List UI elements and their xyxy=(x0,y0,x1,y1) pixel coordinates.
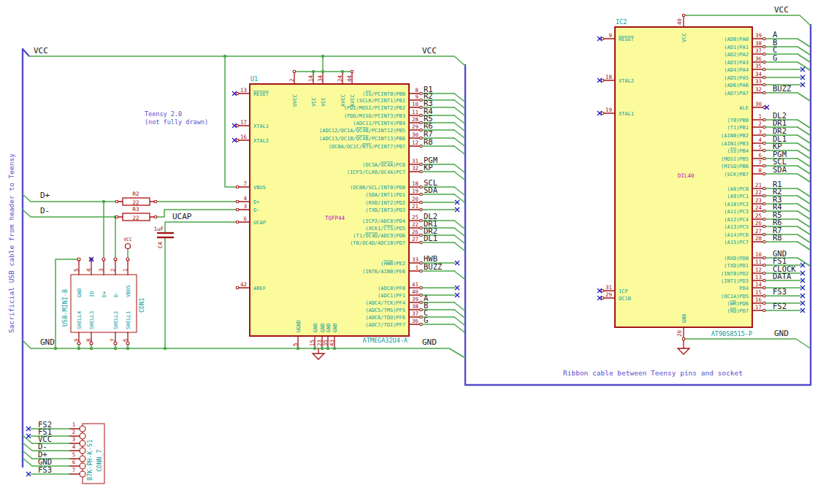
net-label-ucap[interactable]: UCAP xyxy=(172,212,192,221)
net-label-BUZZ[interactable]: BUZZ xyxy=(773,84,791,93)
net-label-FS2[interactable]: FS2 xyxy=(773,302,787,310)
pin-name: (A15)PC7 xyxy=(724,240,749,245)
net-label-R8[interactable]: R8 xyxy=(773,233,782,242)
schematic-canvas[interactable]: 13RESET17XTAL116XTAL27VBUS4D+3D-6UCAP42A… xyxy=(0,0,826,504)
pin-end-circle xyxy=(126,258,129,261)
conn7-part[interactable]: B7K-PH-K-S1 xyxy=(86,440,93,481)
net-label-BUZZ[interactable]: BUZZ xyxy=(424,262,442,271)
pin-number: 12 xyxy=(755,267,762,273)
pin-name: (ADC0)PF0 xyxy=(378,286,405,291)
teensy-note-line1: Teensy 2.0 xyxy=(145,110,182,118)
usb-cable-note: Sacrificial USB cable from header to Tee… xyxy=(7,153,15,333)
pin-name: (AIN0)PB2 xyxy=(721,133,749,139)
conn7-pin-circle[interactable] xyxy=(80,433,85,439)
conn7-pin-circle[interactable] xyxy=(80,463,85,469)
junction-dot xyxy=(321,55,324,58)
net-label-FS3[interactable]: FS3 xyxy=(38,465,52,474)
net-label-DL1[interactable]: DL1 xyxy=(424,234,437,243)
conn7-pin-circle[interactable] xyxy=(80,440,85,446)
net-label-gnd-left[interactable]: GND xyxy=(40,337,55,347)
pin-number: 32 xyxy=(412,165,418,172)
junction-dot xyxy=(326,347,329,350)
con1-ref[interactable]: CON1 xyxy=(138,298,145,313)
pin-name: (A13)PC5 xyxy=(724,224,749,230)
pin-number: 17 xyxy=(755,304,762,310)
pin-number: 13 xyxy=(240,87,247,93)
net-label-dminus[interactable]: D- xyxy=(40,206,50,215)
u1-part[interactable]: ATMEGA32U4-A xyxy=(363,337,408,344)
net-label-vcc-right[interactable]: VCC xyxy=(774,5,789,15)
net-label-DATA[interactable]: DATA xyxy=(773,272,792,280)
net-label-G[interactable]: G xyxy=(773,53,777,62)
pin-number: 2 xyxy=(288,78,295,82)
pin-end-circle xyxy=(154,200,157,203)
pin-name: (SDA/INT1)PD1 xyxy=(365,192,405,198)
pin-number: 33 xyxy=(412,256,418,263)
net-label-dplus[interactable]: D+ xyxy=(40,191,50,200)
r3-value[interactable]: 22 xyxy=(132,215,139,221)
pin-name: (TXD/INT3)PD3 xyxy=(365,207,405,213)
pin-name: (AD7)PA7 xyxy=(724,91,749,96)
pin-name: (INT0)PD2 xyxy=(721,271,749,277)
junction-dot xyxy=(297,347,299,350)
net-label-SDA[interactable]: SDA xyxy=(424,186,438,194)
ic2-part[interactable]: AT90S8515-P xyxy=(711,330,752,337)
pin-number: 39 xyxy=(755,32,762,39)
pin-name: (AD1)PA1 xyxy=(724,45,749,50)
pin-number: 34 xyxy=(317,75,324,82)
pin-name: D+ xyxy=(253,199,259,205)
pin-number: 7 xyxy=(758,159,762,166)
junction-dot xyxy=(77,347,80,350)
pin-number: 25 xyxy=(412,214,418,221)
conn7-pin-circle[interactable] xyxy=(80,426,85,432)
c4-ref[interactable]: C4 xyxy=(157,241,164,248)
pin-number: 25 xyxy=(755,213,762,219)
pin-name: (TXD)PD1 xyxy=(724,263,749,269)
pin-number: 28 xyxy=(412,116,419,123)
net-label-vcc-mid[interactable]: VCC xyxy=(422,46,437,56)
pin-name: (INT1)PD3 xyxy=(721,278,749,284)
pin-number: 23 xyxy=(755,197,762,204)
pin-name: (AD3)PA3 xyxy=(724,60,749,66)
pin-end-circle xyxy=(115,200,118,203)
pin-name: (ICP3/CLK0/OC4A)PC7 xyxy=(347,169,405,175)
pin-number: 19 xyxy=(605,107,612,113)
pin-name: SHELL4 xyxy=(77,311,83,329)
pin-name: (ICP2/ADC8)PD4 xyxy=(362,218,405,224)
c4-value[interactable]: 1uF xyxy=(153,226,164,232)
r3-ref[interactable]: R3 xyxy=(132,206,139,213)
pin-name: D- xyxy=(113,291,119,297)
pin-number: 24 xyxy=(337,75,343,82)
net-label-SDA[interactable]: SDA xyxy=(773,165,787,174)
pin-number: 2 xyxy=(72,429,76,435)
pin-number: 4 xyxy=(85,268,92,272)
con1-part[interactable]: USB-MINI-B xyxy=(61,289,69,327)
pin-number: 4 xyxy=(72,443,76,450)
conn7-pin-circle[interactable] xyxy=(80,456,85,462)
pin-name: (OC0A/OC1C/RTS/PCINT7)PB7 xyxy=(329,144,405,150)
r2-value[interactable]: 22 xyxy=(132,199,139,206)
pin-name: (SS)PB4 xyxy=(727,148,749,154)
net-label-gnd-mid[interactable]: GND xyxy=(422,337,437,347)
u1-ref[interactable]: U1 xyxy=(251,75,258,83)
ic2-ref[interactable]: IC2 xyxy=(616,18,627,26)
pin-number: 20 xyxy=(676,329,683,337)
r2-ref[interactable]: R2 xyxy=(132,191,139,197)
net-label-KP[interactable]: KP xyxy=(424,163,433,172)
net-label-R8[interactable]: R8 xyxy=(424,137,433,146)
net-label-gnd-right[interactable]: GND xyxy=(774,329,789,338)
pin-name: (A8)PC0 xyxy=(727,186,749,192)
net-label-G[interactable]: G xyxy=(424,316,428,324)
conn7-ref[interactable]: CONN_7 xyxy=(96,449,103,472)
pin-name: (MOSI)PB5 xyxy=(721,156,749,162)
net-label-FS3[interactable]: FS3 xyxy=(773,287,787,296)
pin-number: 3 xyxy=(98,268,104,272)
conn7-pin-circle[interactable] xyxy=(80,471,85,477)
pin-name: (MISO)PB6 xyxy=(721,164,749,169)
pin-number: 1 xyxy=(758,113,762,120)
pin-number: 29 xyxy=(605,291,612,298)
conn7-pin-circle[interactable] xyxy=(80,448,85,454)
net-label-vcc-left[interactable]: VCC xyxy=(34,46,48,56)
pin-number: 7 xyxy=(243,180,247,187)
pin-name: AVCC xyxy=(350,94,356,107)
